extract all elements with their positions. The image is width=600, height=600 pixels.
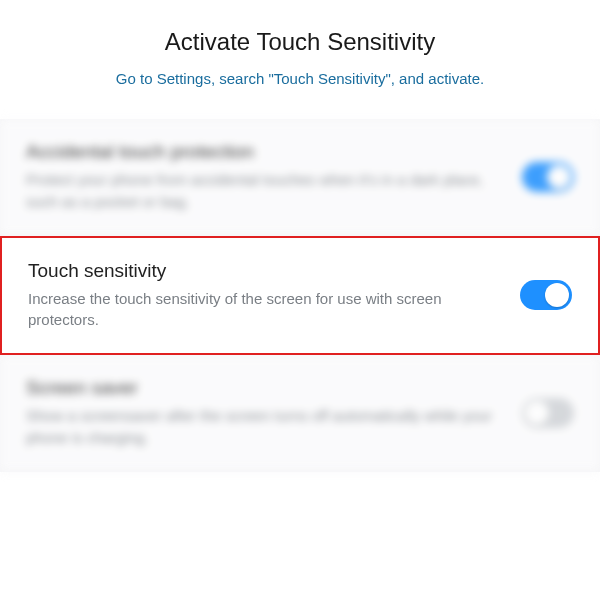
setting-title: Screen saver — [26, 377, 502, 399]
instruction-header: Activate Touch Sensitivity Go to Setting… — [0, 0, 600, 99]
setting-content: Accidental touch protection Protect your… — [26, 141, 522, 213]
setting-content: Touch sensitivity Increase the touch sen… — [28, 260, 520, 332]
toggle-knob — [525, 401, 549, 425]
setting-content: Screen saver Show a screensaver after th… — [26, 377, 522, 449]
toggle-screen-saver[interactable] — [522, 398, 574, 428]
toggle-accidental-touch[interactable] — [522, 162, 574, 192]
setting-row-touch-sensitivity[interactable]: Touch sensitivity Increase the touch sen… — [0, 236, 600, 356]
toggle-touch-sensitivity[interactable] — [520, 280, 572, 310]
setting-title: Accidental touch protection — [26, 141, 502, 163]
setting-row-accidental-touch[interactable]: Accidental touch protection Protect your… — [0, 119, 600, 236]
toggle-knob — [545, 283, 569, 307]
page-title: Activate Touch Sensitivity — [30, 28, 570, 56]
setting-title: Touch sensitivity — [28, 260, 500, 282]
page-subtitle: Go to Settings, search "Touch Sensitivit… — [110, 68, 490, 89]
setting-row-screen-saver[interactable]: Screen saver Show a screensaver after th… — [0, 355, 600, 472]
settings-list: Accidental touch protection Protect your… — [0, 119, 600, 472]
setting-description: Increase the touch sensitivity of the sc… — [28, 288, 500, 332]
setting-description: Show a screensaver after the screen turn… — [26, 405, 502, 449]
toggle-knob — [547, 165, 571, 189]
setting-description: Protect your phone from accidental touch… — [26, 169, 502, 213]
